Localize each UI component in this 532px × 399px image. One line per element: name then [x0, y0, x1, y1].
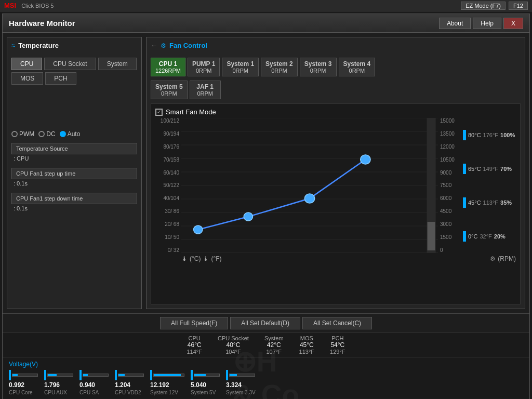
temp-reading-system-c: 42°C [264, 341, 284, 349]
all-full-speed-button[interactable]: All Full Speed(F) [160, 317, 228, 329]
fan-tab-system5[interactable]: System 5 0RPM [151, 81, 188, 99]
voltage-track-sys33v [229, 374, 255, 377]
fan-tab-system3[interactable]: System 3 0RPM [300, 58, 337, 76]
close-button[interactable]: X [503, 18, 523, 29]
auto-label: Auto [68, 130, 81, 138]
fan-tab-system1[interactable]: System 1 0RPM [222, 58, 259, 76]
step-down-group: CPU Fan1 step down time : 0.1s [11, 193, 137, 212]
temp-legend-icon: 🌡 [181, 255, 188, 262]
voltage-bar-fill-sys12v [150, 370, 152, 380]
voltage-value-sys12v: 12.192 [150, 381, 169, 389]
voltage-fill-cpu-sa [83, 374, 88, 376]
voltage-name-sys33v: System 3.3V [226, 390, 256, 395]
temp-reading-cpusocket-c: 40°C [218, 341, 249, 349]
voltage-name-cpu-aux: CPU AUX [44, 390, 67, 395]
f12-button[interactable]: F12 [509, 2, 528, 10]
pwm-radio[interactable]: PWM [11, 130, 34, 138]
pwm-radio-circle [11, 131, 18, 137]
smart-fan-title: Smart Fan Mode [166, 108, 216, 116]
mode-radio-group: PWM DC Auto [11, 130, 137, 138]
voltage-section: ⊕H& Co Voltage(V) 0.992 CPU Core [3, 357, 529, 398]
temp-btn-system[interactable]: System [98, 58, 137, 70]
voltage-value-cpu-core: 0.992 [9, 381, 24, 389]
voltage-item-cpu-core: 0.992 CPU Core [9, 370, 38, 395]
temp-reading-cpusocket: CPU Socket 40°C 104°F [218, 335, 249, 355]
voltage-name-sys12v: System 12V [150, 390, 178, 395]
celsius-legend: (°C) [190, 255, 201, 262]
step-down-button[interactable]: CPU Fan1 step down time [11, 193, 137, 204]
step-up-button[interactable]: CPU Fan1 step up time [11, 168, 137, 179]
level-bar-35 [463, 197, 466, 208]
voltage-fill-cpu-vdd2 [118, 374, 125, 376]
voltage-bar-fill-sys5v [191, 370, 193, 380]
fahrenheit-legend-icon: 🌡 [203, 255, 209, 262]
level-bar-100 [463, 130, 466, 140]
fan-tab-cpu1[interactable]: CPU 1 1226RPM [151, 58, 185, 76]
fan-tab-cpu1-name: CPU 1 [155, 60, 181, 68]
temp-icon: ≈ [11, 42, 15, 49]
level-temp-149: 149°F [483, 166, 498, 172]
dc-radio[interactable]: DC [38, 130, 55, 138]
voltage-fill-cpu-core [12, 374, 18, 376]
voltage-title: Voltage(V) [9, 361, 523, 368]
fan-back-arrow[interactable]: ← [151, 42, 157, 49]
step-up-value: : 0.1s [11, 179, 137, 188]
voltage-track-cpu-vdd2 [118, 374, 144, 377]
level-bar-20 [463, 231, 466, 242]
fan-tab-jaf1[interactable]: JAF 1 0RPM [190, 81, 221, 99]
all-set-default-button[interactable]: All Set Default(D) [230, 317, 300, 329]
level-pct-20: 20% [494, 233, 506, 240]
temp-reading-mos-name: MOS [299, 335, 314, 341]
rpm-label-6: 6000 [440, 195, 459, 201]
voltage-fill-sys12v [154, 374, 181, 376]
level-100: 80°C 176°F 100% [463, 130, 516, 140]
help-button[interactable]: Help [473, 18, 501, 29]
top-bar-actions: EZ Mode (F7) F12 [461, 2, 528, 10]
fan-tab-pump1[interactable]: PUMP 1 0RPM [188, 58, 220, 76]
fan-rpm-icon: ⚙ [490, 255, 496, 262]
auto-radio[interactable]: Auto [60, 130, 81, 138]
voltage-items: 0.992 CPU Core 1.796 CPU AUX [9, 370, 523, 395]
voltage-item-cpu-aux: 1.796 CPU AUX [44, 370, 73, 395]
fan-tab-system4[interactable]: System 4 0RPM [339, 58, 376, 76]
action-buttons-bar: All Full Speed(F) All Set Default(D) All… [3, 313, 529, 332]
all-set-cancel-button[interactable]: All Set Cancel(C) [302, 317, 372, 329]
voltage-bar-fill-sys33v [226, 370, 228, 380]
fan-tab-system3-rpm: 0RPM [304, 68, 332, 74]
temp-reading-pch-name: PCH [330, 335, 345, 341]
ez-mode-button[interactable]: EZ Mode (F7) [461, 2, 506, 10]
temp-btn-cpu-socket[interactable]: CPU Socket [44, 58, 96, 70]
level-pct-70: 70% [500, 166, 512, 172]
level-temp-113: 113°F [483, 200, 498, 206]
y-label-1: 90/194 [155, 131, 179, 137]
checkbox-check: ✓ [157, 109, 161, 115]
temp-reading-system: System 42°C 107°F [264, 335, 284, 355]
level-temp-80: 80°C [468, 132, 481, 138]
top-bar: MSI Click BIOS 5 EZ Mode (F7) F12 [0, 0, 532, 11]
level-temp-0: 0°C [468, 233, 477, 240]
y-label-10: 0/ 32 [155, 247, 179, 253]
rpm-axis-labels: 15000 13500 12000 10500 9000 7500 6000 4… [438, 118, 459, 253]
temp-btn-mos[interactable]: MOS [11, 72, 43, 85]
voltage-bar-cpu-sa [79, 370, 109, 380]
level-temp-176: 176°F [483, 132, 498, 138]
temp-buttons: CPU CPU Socket System MOS PCH [11, 58, 137, 85]
about-button[interactable]: About [439, 18, 471, 29]
temp-source-value: : CPU [11, 154, 137, 163]
rpm-legend-label: (RPM) [498, 255, 516, 262]
smart-fan-checkbox[interactable]: ✓ [155, 109, 163, 116]
voltage-name-cpu-sa: CPU SA [79, 390, 99, 395]
top-panels: ≈ Temperature CPU CPU Socket System MOS … [3, 33, 529, 313]
fan-tab-system2[interactable]: System 2 0RPM [261, 58, 298, 76]
temperature-panel: ≈ Temperature CPU CPU Socket System MOS … [7, 37, 142, 309]
y-label-5: 50/122 [155, 182, 179, 188]
temp-btn-cpu[interactable]: CPU [11, 58, 42, 70]
rpm-label-8: 3000 [440, 221, 459, 227]
temp-btn-pch[interactable]: PCH [45, 72, 76, 85]
fan-tab-system3-name: System 3 [304, 60, 332, 68]
temp-source-button[interactable]: Temperature Source [11, 143, 137, 154]
level-temp-45: 45°C [468, 200, 481, 206]
voltage-name-cpu-core: CPU Core [9, 390, 33, 395]
fan-title: Fan Control [169, 42, 207, 49]
voltage-item-cpu-vdd2: 1.204 CPU VDD2 [115, 370, 144, 395]
